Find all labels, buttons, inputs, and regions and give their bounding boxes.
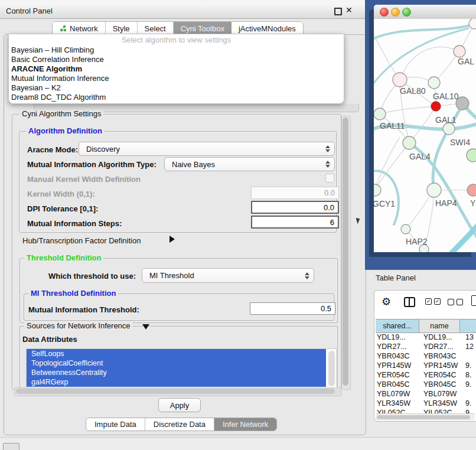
expand-right-icon[interactable]: [169, 236, 175, 243]
manual-kernel-checkbox[interactable]: [325, 174, 334, 182]
column-header-shared[interactable]: shared...: [376, 319, 419, 333]
network-window[interactable]: GAL GAL80 GAL10 GAL1 GAL11 SWI4 GAL4 GCY…: [374, 5, 476, 252]
node-label: GAL4: [409, 152, 431, 161]
dropdown-item[interactable]: Basic Correlation Inference: [11, 55, 336, 64]
tab-cyni-toolbox[interactable]: Cyni Toolbox: [174, 22, 232, 35]
algorithm-dropdown: Select algorithm to view settings Bayesi…: [8, 34, 344, 104]
kernel-width-label: Kernel Width (0,1):: [27, 190, 95, 198]
dropdown-item-selected[interactable]: ARACNE Algorithm: [11, 64, 336, 74]
tab-network[interactable]: Network: [53, 22, 106, 35]
column-header-extra[interactable]: [460, 319, 476, 333]
table-row[interactable]: YBL079WYBL079W: [374, 389, 476, 399]
table-row[interactable]: YDL19...YDL19...13: [374, 332, 476, 342]
node-label: HAP2: [406, 237, 428, 246]
tab-style[interactable]: Style: [106, 22, 138, 35]
manual-kernel-label: Manual Kernel Width Definition: [27, 175, 141, 184]
column-header-name[interactable]: name: [419, 319, 460, 333]
settings-vertical-scrollbar[interactable]: [341, 116, 351, 390]
dpi-tolerance-input[interactable]: 0.0: [251, 201, 339, 214]
tab-jactivemnodules[interactable]: jActiveMNodules: [232, 22, 303, 35]
network-node: [403, 136, 416, 149]
network-window-titlebar[interactable]: [374, 5, 476, 19]
bottom-left-mini-button[interactable]: [3, 443, 19, 450]
table-row[interactable]: YPR145WYPR145W9.: [374, 361, 476, 370]
network-node: [467, 149, 476, 162]
network-node: [374, 184, 381, 196]
node-label: GAL: [458, 57, 474, 66]
network-canvas[interactable]: GAL GAL80 GAL10 GAL1 GAL11 SWI4 GAL4 GCY…: [374, 19, 476, 252]
list-scrollbar[interactable]: [328, 351, 335, 386]
settings-horizontal-scrollbar[interactable]: [14, 387, 341, 396]
tab-infer-network[interactable]: Infer Network: [214, 418, 276, 431]
table-horizontal-scrollbar[interactable]: [376, 413, 475, 420]
table-row[interactable]: YDR27...YDR27...12: [374, 342, 476, 351]
cyni-settings-legend: Cyni Algorithm Settings: [19, 110, 103, 118]
mi-threshold-legend: MI Threshold Definition: [28, 289, 118, 298]
network-node: [393, 73, 407, 87]
dropdown-item[interactable]: Dream8 DC_TDC Algorithm: [11, 93, 336, 102]
kernel-width-input[interactable]: 0.0: [251, 187, 339, 199]
network-icon: [60, 25, 67, 32]
network-node: [443, 123, 455, 135]
aracne-mode-combobox[interactable]: Discovery: [79, 142, 335, 156]
minimize-traffic-light-icon[interactable]: [391, 8, 400, 17]
collapse-down-icon[interactable]: [142, 324, 149, 330]
network-node: [427, 183, 441, 197]
apply-button[interactable]: Apply: [158, 398, 201, 412]
network-node: [428, 77, 440, 89]
zoom-traffic-light-icon[interactable]: [402, 8, 411, 17]
mi-threshold-input[interactable]: 0.5: [250, 302, 335, 315]
stepper-arrows-icon: [305, 272, 309, 279]
split-columns-icon[interactable]: [404, 297, 415, 307]
stepper-arrows-icon: [325, 145, 330, 152]
sources-legend[interactable]: Sources for Network Inference: [24, 322, 133, 330]
node-label: GAL11: [380, 121, 405, 131]
list-item[interactable]: BetweennessCentrality: [27, 368, 326, 377]
network-node: [469, 19, 476, 29]
float-window-icon[interactable]: [334, 8, 342, 15]
list-item[interactable]: TopologicalCoefficient: [27, 358, 326, 368]
unchecked-box-icon[interactable]: [448, 299, 454, 305]
dropdown-item[interactable]: Bayesian – K2: [11, 83, 336, 93]
dropdown-placeholder: Select algorithm to view settings: [9, 35, 344, 44]
mi-type-label: Mutual Information Algorithm Type:: [27, 160, 157, 169]
tab-select[interactable]: Select: [138, 22, 174, 35]
which-threshold-combobox[interactable]: MI Threshold: [142, 268, 314, 283]
checked-box-icon[interactable]: ✓: [425, 298, 432, 305]
node-label: SWI4: [450, 138, 470, 147]
list-item[interactable]: gal4RGexp: [27, 377, 326, 387]
network-node: [454, 45, 465, 57]
gear-icon[interactable]: ⚙: [382, 295, 391, 308]
node-label: HAP4: [435, 198, 457, 208]
mi-steps-input[interactable]: 6: [251, 216, 339, 229]
aracne-mode-label: Aracne Mode:: [27, 145, 78, 154]
close-icon[interactable]: ✕: [345, 5, 353, 15]
checked-box-icon[interactable]: ✓: [434, 298, 441, 305]
control-panel-title: Control Panel: [6, 6, 53, 15]
document-icon[interactable]: [471, 295, 476, 306]
table-panel-title: Table Panel: [376, 273, 416, 282]
tab-discretize-data[interactable]: Discretize Data: [145, 418, 214, 431]
list-item[interactable]: SelfLoops: [27, 349, 326, 358]
dropdown-item[interactable]: Mutual Information Inference: [11, 74, 336, 83]
table-row[interactable]: YLR345WYLR345W9.: [374, 399, 476, 408]
table-row[interactable]: YBR043CYBR043C: [374, 351, 476, 361]
bottom-strip: [0, 437, 476, 450]
close-traffic-light-icon[interactable]: [380, 8, 389, 17]
mi-type-combobox[interactable]: Naive Bayes: [164, 157, 335, 171]
network-node: [467, 184, 476, 196]
table-panel-card: ⚙ ✓ ✓ shared... name YDL19...YDL19...13 …: [374, 290, 476, 422]
algorithm-definition-legend: Algorithm Definition: [26, 127, 105, 135]
table-row[interactable]: YBR045CYBR045C9.: [374, 380, 476, 389]
dropdown-item[interactable]: Bayesian – Hill Climbing: [11, 45, 336, 55]
mi-threshold-label: Mutual Information Threshold:: [28, 305, 139, 314]
node-label: GCY1: [374, 199, 395, 208]
hub-section-label[interactable]: Hub/Transcription Factor Definition: [22, 236, 141, 245]
network-node: [401, 224, 410, 234]
unchecked-box-icon[interactable]: [457, 299, 463, 305]
table-row[interactable]: YER054CYER054C8.: [374, 370, 476, 380]
node-label: GAL80: [400, 86, 426, 96]
control-panel-titlebar: Control Panel ✕: [0, 4, 366, 19]
data-attributes-list[interactable]: SelfLoops TopologicalCoefficient Between…: [26, 348, 337, 390]
tab-impute-data[interactable]: Impute Data: [86, 418, 145, 431]
